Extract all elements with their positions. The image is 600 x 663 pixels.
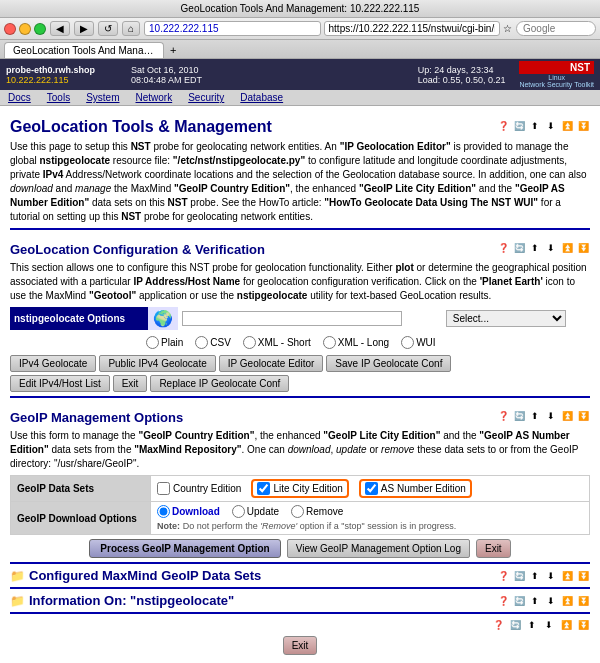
radio-csv-input[interactable]	[195, 336, 208, 349]
radio-xml-long-input[interactable]	[323, 336, 336, 349]
rb-remove-label[interactable]: Remove	[291, 505, 343, 518]
icon-extra-3[interactable]: ⬆	[525, 618, 539, 632]
icon-bottom-c[interactable]: ⏬	[576, 241, 590, 255]
icon-up1[interactable]: ⬆	[528, 119, 542, 133]
radio-wui[interactable]: WUI	[401, 336, 435, 349]
icon-up-cd[interactable]: ⬆	[528, 569, 542, 583]
browser-title: GeoLocation Tools And Management: 10.222…	[181, 3, 420, 14]
nav-docs[interactable]: Docs	[0, 90, 39, 105]
nav-tools[interactable]: Tools	[39, 90, 78, 105]
icon-question-g[interactable]: ❓	[496, 409, 510, 423]
url-full-field[interactable]	[324, 21, 500, 36]
new-tab-button[interactable]: +	[164, 42, 182, 58]
icon-question-c[interactable]: ❓	[496, 241, 510, 255]
icon-down-c[interactable]: ⬇	[544, 241, 558, 255]
icon-bottom-inf[interactable]: ⏬	[576, 594, 590, 608]
icon-down-inf[interactable]: ⬇	[544, 594, 558, 608]
info-title-icons: ❓ 🔄 ⬆ ⬇ ⏫ ⏬	[496, 594, 590, 608]
nav-network[interactable]: Network	[128, 90, 181, 105]
save-conf-button[interactable]: Save IP Geolocate Conf	[326, 355, 451, 372]
icon-down-cd[interactable]: ⬇	[544, 569, 558, 583]
note-text: Do not perform the 'Remove' option if a …	[183, 521, 456, 531]
cb-city[interactable]	[257, 482, 270, 495]
bookmark-icon[interactable]: ☆	[503, 23, 512, 34]
icon-refresh-c[interactable]: 🔄	[512, 241, 526, 255]
radio-wui-input[interactable]	[401, 336, 414, 349]
tab-main[interactable]: GeoLocation Tools And Managem...	[4, 42, 164, 58]
search-input[interactable]	[516, 21, 596, 36]
format-select[interactable]: Select...	[446, 310, 566, 327]
radio-plain[interactable]: Plain	[146, 336, 183, 349]
info-title-wrapper: 📁 Information On: "nstipgeolocate"	[10, 593, 234, 608]
icon-extra-1[interactable]: ❓	[491, 618, 505, 632]
icon-refresh[interactable]: 🔄	[512, 119, 526, 133]
globe-icon[interactable]: 🌍	[153, 310, 173, 327]
back-button[interactable]: ◀	[50, 21, 70, 36]
home-button[interactable]: ⌂	[122, 21, 140, 36]
icon-refresh-inf[interactable]: 🔄	[512, 594, 526, 608]
nav-database[interactable]: Database	[232, 90, 291, 105]
maximize-btn[interactable]	[34, 23, 46, 35]
view-log-button[interactable]: View GeoIP Management Option Log	[287, 539, 470, 558]
public-ipv4-button[interactable]: Public IPv4 Geolocate	[99, 355, 215, 372]
icon-extra-4[interactable]: ⬇	[542, 618, 556, 632]
icon-extra-6[interactable]: ⏬	[576, 618, 590, 632]
select-cell: Select...	[442, 307, 590, 330]
reload-button[interactable]: ↺	[98, 21, 118, 36]
rb-download-label[interactable]: Download	[157, 505, 220, 518]
nav-security[interactable]: Security	[180, 90, 232, 105]
process-button[interactable]: Process GeoIP Management Option	[89, 539, 280, 558]
close-btn[interactable]	[4, 23, 16, 35]
cb-country[interactable]	[157, 482, 170, 495]
url-ip-field[interactable]	[144, 21, 320, 36]
nav-system[interactable]: System	[78, 90, 127, 105]
rb-remove-input[interactable]	[291, 505, 304, 518]
geocode-input[interactable]	[182, 311, 402, 326]
icon-up-inf[interactable]: ⬆	[528, 594, 542, 608]
exit1-button[interactable]: Exit	[113, 375, 148, 392]
icon-top-cd[interactable]: ⏫	[560, 569, 574, 583]
icon-bottom-cd[interactable]: ⏬	[576, 569, 590, 583]
icon-bottom[interactable]: ⏬	[576, 119, 590, 133]
probe-info-bar: probe-eth0.rwh.shop 10.222.222.115 Sat O…	[0, 59, 600, 90]
replace-conf-button[interactable]: Replace IP Geolocate Conf	[150, 375, 289, 392]
icon-down-g[interactable]: ⬇	[544, 409, 558, 423]
cb-country-label[interactable]: Country Edition	[157, 482, 241, 495]
icon-top-c[interactable]: ⏫	[560, 241, 574, 255]
rb-download-input[interactable]	[157, 505, 170, 518]
rb-update-input[interactable]	[232, 505, 245, 518]
download-options-label-cell: GeoIP Download Options	[11, 502, 151, 535]
icon-bottom-g[interactable]: ⏬	[576, 409, 590, 423]
rb-update-label[interactable]: Update	[232, 505, 279, 518]
icon-up-c[interactable]: ⬆	[528, 241, 542, 255]
icon-extra-2[interactable]: 🔄	[508, 618, 522, 632]
radio-plain-input[interactable]	[146, 336, 159, 349]
edit-ipv4-button[interactable]: Edit IPv4/Host List	[10, 375, 110, 392]
cb-as[interactable]	[365, 482, 378, 495]
radio-csv[interactable]: CSV	[195, 336, 231, 349]
icon-question-cd[interactable]: ❓	[496, 569, 510, 583]
radio-xml-short[interactable]: XML - Short	[243, 336, 311, 349]
options-label-cell: nstipgeolocate Options	[10, 307, 148, 330]
exit3-button[interactable]: Exit	[283, 636, 318, 655]
ip-geoloc-editor-button[interactable]: IP Geolocate Editor	[219, 355, 324, 372]
icon-top-inf[interactable]: ⏫	[560, 594, 574, 608]
icon-extra-5[interactable]: ⏫	[559, 618, 573, 632]
radio-xml-short-input[interactable]	[243, 336, 256, 349]
icon-question-inf[interactable]: ❓	[496, 594, 510, 608]
icon-top-g[interactable]: ⏫	[560, 409, 574, 423]
icon-up-g[interactable]: ⬆	[528, 409, 542, 423]
divider-2	[10, 396, 590, 398]
icon-refresh-cd[interactable]: 🔄	[512, 569, 526, 583]
ipv4-geolocate-button[interactable]: IPv4 Geolocate	[10, 355, 96, 372]
radio-xml-long[interactable]: XML - Long	[323, 336, 389, 349]
icon-top[interactable]: ⏫	[560, 119, 574, 133]
minimize-btn[interactable]	[19, 23, 31, 35]
icon-down1[interactable]: ⬇	[544, 119, 558, 133]
exit2-button[interactable]: Exit	[476, 539, 511, 558]
globe-icon-cell[interactable]: 🌍	[148, 307, 178, 330]
forward-button[interactable]: ▶	[74, 21, 94, 36]
icon-refresh-g[interactable]: 🔄	[512, 409, 526, 423]
icon-question[interactable]: ❓	[496, 119, 510, 133]
probe-uptime-block: Up: 24 days, 23:34 Load: 0.55, 0.50, 0.2…	[418, 65, 506, 85]
